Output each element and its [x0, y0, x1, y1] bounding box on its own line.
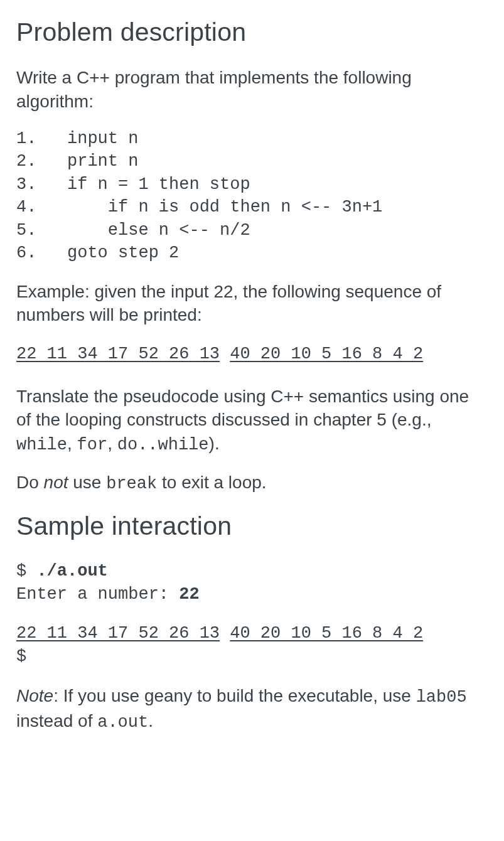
algorithm-pseudocode: 1. input n 2. print n 3. if n = 1 then s… — [16, 127, 488, 265]
intro-paragraph: Write a C++ program that implements the … — [16, 66, 488, 114]
keyword-for: for — [77, 436, 108, 454]
donot-c: to exit a loop. — [157, 473, 266, 492]
sep-1: , — [67, 434, 77, 453]
note-label: Note — [16, 686, 53, 705]
enter-number-label: Enter a number: — [16, 585, 179, 604]
keyword-dowhile: do..while — [117, 436, 209, 454]
note-b: instead of — [16, 711, 97, 731]
note-a: : If you use geany to build the executab… — [53, 686, 416, 705]
donot-not: not — [44, 473, 68, 492]
keyword-while: while — [16, 436, 67, 454]
example-sequence: 22 11 34 17 52 26 13 40 20 10 5 16 8 4 2 — [16, 341, 488, 365]
sample-line-4: $ — [16, 645, 488, 668]
donot-b: use — [68, 473, 107, 492]
donot-a: Do — [16, 473, 44, 492]
translate-paragraph: Translate the pseudocode using C++ seman… — [16, 385, 488, 457]
translate-text-a: Translate the pseudocode using C++ seman… — [16, 387, 469, 430]
sequence-part-b[interactable]: 40 20 10 5 16 8 4 2 — [230, 345, 423, 363]
note-paragraph: Note: If you use geany to build the exec… — [16, 684, 488, 734]
sep-2: , — [107, 434, 117, 453]
sequence-part-a[interactable]: 22 11 34 17 52 26 13 — [16, 345, 220, 363]
do-not-break-paragraph: Do not use break to exit a loop. — [16, 471, 488, 495]
translate-text-b: ). — [209, 434, 220, 453]
sample-seq-a[interactable]: 22 11 34 17 52 26 13 — [16, 624, 220, 643]
entered-number: 22 — [179, 585, 199, 604]
note-c: . — [148, 711, 153, 731]
prompt-1: $ — [16, 562, 36, 581]
command-aout: ./a.out — [36, 562, 107, 581]
note-lab05: lab05 — [416, 688, 467, 707]
keyword-break: break — [106, 474, 157, 493]
sample-interaction-block: $ ./a.out Enter a number: 22 22 11 34 17… — [16, 560, 488, 668]
note-aout: a.out — [97, 713, 148, 732]
sample-line-2: Enter a number: 22 — [16, 583, 488, 606]
sample-line-1: $ ./a.out — [16, 560, 488, 582]
sample-line-3: 22 11 34 17 52 26 13 40 20 10 5 16 8 4 2 — [16, 622, 488, 645]
example-lead: Example: given the input 22, the followi… — [16, 280, 488, 328]
sample-interaction-heading: Sample interaction — [16, 509, 488, 544]
sample-seq-b[interactable]: 40 20 10 5 16 8 4 2 — [230, 624, 423, 643]
problem-description-heading: Problem description — [16, 15, 488, 50]
